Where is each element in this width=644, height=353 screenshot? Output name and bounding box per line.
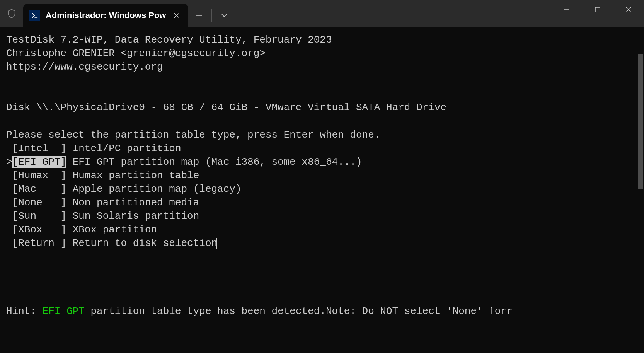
menu-description: Humax partition table [66, 170, 199, 181]
maximize-button[interactable] [582, 0, 613, 19]
menu-description: Sun Solaris partition [66, 210, 199, 222]
menu-prefix [6, 224, 12, 235]
hint-line: Hint: EFI GPT partition table type has b… [6, 305, 513, 318]
tab-dropdown-button[interactable] [213, 4, 235, 27]
menu-prefix: > [6, 156, 12, 168]
close-button[interactable] [613, 0, 644, 19]
menu-item[interactable]: [Return ] Return to disk selection [6, 237, 638, 250]
disk-info: Disk \\.\PhysicalDrive0 - 68 GB / 64 GiB… [6, 101, 638, 114]
menu-description: Apple partition map (legacy) [66, 183, 241, 195]
menu-label: [Return ] [12, 237, 66, 249]
scrollbar[interactable] [637, 27, 644, 353]
new-tab-button[interactable] [188, 4, 210, 27]
text-cursor [216, 238, 217, 249]
menu-description: XBox partition [66, 224, 157, 235]
menu-label: [EFI GPT] [12, 156, 66, 168]
header-line: TestDisk 7.2-WIP, Data Recovery Utility,… [6, 33, 638, 47]
blank-line [6, 115, 638, 128]
menu-item[interactable]: [Humax ] Humax partition table [6, 169, 638, 182]
menu-item[interactable]: [None ] Non partitioned media [6, 196, 638, 210]
menu-description: Intel/PC partition [66, 143, 181, 154]
scrollbar-thumb[interactable] [638, 54, 643, 189]
menu-label: [Mac ] [12, 183, 66, 195]
header-line: Christophe GRENIER <grenier@cgsecurity.o… [6, 47, 638, 60]
hint-label: Hint: [6, 305, 43, 317]
menu-prefix [6, 183, 12, 195]
blank-line [6, 87, 638, 101]
prompt-text: Please select the partition table type, … [6, 128, 638, 142]
menu-label: [Intel ] [12, 143, 66, 154]
svg-rect-1 [595, 7, 600, 12]
terminal-content[interactable]: TestDisk 7.2-WIP, Data Recovery Utility,… [0, 27, 644, 353]
tab-close-button[interactable] [171, 10, 182, 21]
menu-item[interactable]: [Mac ] Apple partition map (legacy) [6, 182, 638, 196]
menu-prefix [6, 210, 12, 222]
window-controls [551, 0, 644, 19]
tab-actions [188, 2, 235, 29]
hint-rest: partition table type has been detected.N… [85, 305, 513, 317]
tab-title: Administrador: Windows Pow [46, 10, 166, 20]
menu-item[interactable]: [Intel ] Intel/PC partition [6, 142, 638, 155]
hint-detected-type: EFI GPT [43, 305, 85, 317]
menu-label: [None ] [12, 197, 66, 208]
blank-line [6, 74, 638, 87]
menu-label: [Sun ] [12, 210, 66, 222]
titlebar: Administrador: Windows Pow [0, 0, 644, 27]
menu-description: Non partitioned media [66, 197, 199, 208]
divider [211, 9, 212, 22]
menu-item[interactable]: [Sun ] Sun Solaris partition [6, 210, 638, 223]
menu-item[interactable]: >[EFI GPT] EFI GPT partition map (Mac i3… [6, 155, 638, 169]
menu-label: [XBox ] [12, 224, 66, 235]
shield-icon [0, 0, 23, 27]
partition-menu[interactable]: [Intel ] Intel/PC partition>[EFI GPT] EF… [6, 142, 638, 251]
menu-description: EFI GPT partition map (Mac i386, some x8… [66, 156, 362, 168]
menu-label: [Humax ] [12, 170, 66, 181]
menu-description: Return to disk selection [66, 237, 217, 249]
menu-prefix [6, 197, 12, 208]
menu-item[interactable]: [XBox ] XBox partition [6, 223, 638, 237]
powershell-icon [29, 10, 40, 21]
menu-prefix [6, 143, 12, 154]
menu-prefix [6, 170, 12, 181]
menu-prefix [6, 237, 12, 249]
minimize-button[interactable] [551, 0, 582, 19]
header-line: https://www.cgsecurity.org [6, 60, 638, 74]
active-tab[interactable]: Administrador: Windows Pow [23, 4, 188, 27]
